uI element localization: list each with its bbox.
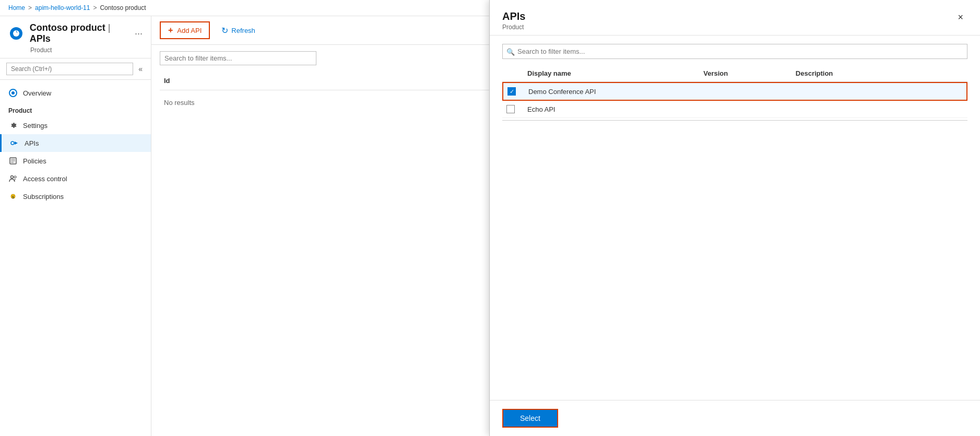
- panel-title: APIs: [502, 10, 525, 22]
- breadcrumb-home[interactable]: Home: [8, 4, 25, 11]
- sidebar-item-access-control[interactable]: Access control: [0, 170, 151, 187]
- panel-table-header: Display name Version Description: [502, 65, 967, 82]
- sidebar-item-settings[interactable]: Settings: [0, 116, 151, 134]
- sidebar-header: Contoso product | APIs ··· Product: [0, 16, 151, 58]
- panel-body: 🔍 Display name Version Description Demo …: [490, 36, 980, 400]
- api-icon: [10, 138, 19, 148]
- select-button[interactable]: Select: [502, 409, 558, 428]
- sidebar: Contoso product | APIs ··· Product « Ove…: [0, 16, 151, 436]
- sidebar-search-row: «: [0, 58, 151, 80]
- add-api-label: Add API: [177, 27, 202, 34]
- echo-api-checkbox-cell: [502, 105, 523, 113]
- product-icon: [8, 25, 25, 42]
- svg-point-13: [14, 176, 16, 178]
- demo-conference-name: Demo Conference API: [524, 88, 700, 96]
- breadcrumb-apim[interactable]: apim-hello-world-11: [35, 4, 90, 11]
- echo-api-name: Echo API: [523, 105, 699, 113]
- sidebar-item-settings-label: Settings: [23, 122, 48, 129]
- overview-icon: [8, 88, 18, 98]
- echo-api-checkbox[interactable]: [506, 105, 515, 113]
- demo-conference-checkbox[interactable]: [507, 87, 516, 96]
- sidebar-item-access-control-label: Access control: [23, 175, 67, 183]
- panel-table: Display name Version Description Demo Co…: [502, 65, 967, 392]
- sidebar-item-overview-label: Overview: [23, 89, 51, 97]
- svg-point-6: [11, 142, 14, 145]
- sidebar-item-overview[interactable]: Overview: [0, 84, 151, 102]
- table-row[interactable]: Echo API: [502, 101, 967, 118]
- divider: [502, 120, 967, 121]
- demo-conference-checkbox-cell: [503, 87, 524, 96]
- policy-icon: [8, 156, 18, 166]
- breadcrumb-current: Contoso product: [100, 4, 146, 11]
- page-subtitle: Product: [30, 46, 143, 54]
- refresh-label: Refresh: [231, 27, 255, 34]
- svg-marker-7: [15, 142, 18, 145]
- panel-subtitle: Product: [502, 23, 525, 31]
- access-control-icon: [8, 174, 18, 183]
- panel-header: APIs Product ×: [490, 0, 980, 36]
- sidebar-item-subscriptions[interactable]: $ Subscriptions: [0, 187, 151, 205]
- table-row[interactable]: Demo Conference API: [502, 82, 967, 101]
- sidebar-item-policies-label: Policies: [23, 157, 46, 165]
- svg-point-12: [11, 176, 14, 179]
- page-title: Contoso product | APIs: [30, 22, 129, 44]
- sidebar-item-apis[interactable]: APIs: [0, 134, 151, 152]
- plus-icon: +: [168, 26, 173, 35]
- sidebar-item-subscriptions-label: Subscriptions: [23, 193, 64, 201]
- refresh-icon: ↻: [221, 26, 228, 36]
- col-header-description: Description: [792, 69, 967, 77]
- panel-footer: Select: [490, 400, 980, 436]
- sidebar-item-apis-label: APIs: [25, 139, 39, 147]
- svg-text:$: $: [12, 195, 15, 199]
- add-api-button[interactable]: + Add API: [160, 21, 210, 39]
- panel-search-row: 🔍: [502, 44, 967, 59]
- subscription-icon: $: [8, 192, 18, 201]
- panel-search-input[interactable]: [502, 44, 967, 59]
- more-options-icon[interactable]: ···: [135, 28, 143, 39]
- api-panel: APIs Product × 🔍 Display name Version De…: [489, 0, 980, 436]
- gear-icon: [8, 121, 18, 130]
- svg-point-5: [11, 91, 15, 95]
- content-search-input[interactable]: [160, 51, 316, 65]
- sidebar-section-product: Product: [0, 102, 151, 116]
- collapse-sidebar-button[interactable]: «: [136, 64, 145, 74]
- col-header-display-name: Display name: [523, 69, 699, 77]
- refresh-button[interactable]: ↻ Refresh: [214, 22, 263, 39]
- panel-search-icon: 🔍: [506, 48, 515, 55]
- col-header-version: Version: [699, 69, 792, 77]
- sidebar-nav: Overview Product Settings: [0, 80, 151, 436]
- sidebar-item-policies[interactable]: Policies: [0, 152, 151, 170]
- sidebar-search-input[interactable]: [6, 63, 133, 75]
- panel-close-button[interactable]: ×: [953, 10, 967, 24]
